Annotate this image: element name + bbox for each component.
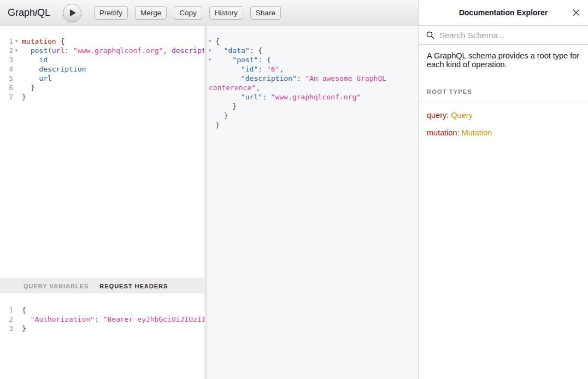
line-number: 4 xyxy=(0,64,13,74)
fold-toggle-icon[interactable]: ▾ xyxy=(207,55,213,64)
line-number: 6 xyxy=(0,83,13,92)
fold-toggle-icon[interactable]: ▾ xyxy=(13,46,20,55)
type-link-query[interactable]: Query xyxy=(451,111,473,120)
code-text: "Authorization": "Bearer eyJhbGciOiJIUzI… xyxy=(20,315,204,324)
graphiql-app: GraphiQL PrettifyMergeCopyHistoryShare 1… xyxy=(0,0,588,379)
toolbar: GraphiQL PrettifyMergeCopyHistoryShare xyxy=(0,0,418,26)
response-viewer: ▾{▾ "data": {▾ "post": { "id": "6", "des… xyxy=(207,26,418,379)
line-number: 1 xyxy=(0,305,13,315)
code-text: } xyxy=(20,324,26,333)
code-line: } xyxy=(207,120,418,129)
code-text: "id": "6", xyxy=(213,64,284,74)
documentation-explorer: Documentation Explorer A GraphQL schema … xyxy=(418,0,588,379)
code-line: } xyxy=(207,102,418,111)
fold-gutter-spacer xyxy=(13,74,20,83)
fold-gutter-spacer xyxy=(207,111,213,120)
search-schema-input[interactable] xyxy=(439,31,580,40)
line-number: 3 xyxy=(0,55,13,64)
fold-gutter-spacer xyxy=(13,64,20,74)
fold-gutter-spacer xyxy=(13,305,20,315)
query-editor[interactable]: 1▾mutation {2▾ post(url: "www.graphqlcon… xyxy=(0,26,204,279)
logo-text: Graph xyxy=(8,7,35,18)
code-line: 3} xyxy=(0,324,204,333)
tab-query-variables[interactable]: QUERY VARIABLES xyxy=(23,283,89,289)
doc-explorer-header: Documentation Explorer xyxy=(419,0,588,26)
line-gutter: 4 xyxy=(0,64,20,74)
root-type-keyword: mutation xyxy=(427,128,457,137)
fold-gutter-spacer xyxy=(207,102,213,111)
fold-gutter-spacer xyxy=(13,83,20,92)
code-line: 6 } xyxy=(0,83,204,92)
line-gutter: 7 xyxy=(0,92,20,102)
fold-gutter-spacer xyxy=(207,64,213,74)
type-link-mutation[interactable]: Mutation xyxy=(462,128,492,137)
code-text: { xyxy=(213,37,220,46)
code-text: } xyxy=(20,92,26,102)
line-gutter: 2 xyxy=(0,315,20,324)
code-text: conference", xyxy=(207,83,260,92)
root-types-section-title: ROOT TYPES xyxy=(419,88,588,102)
code-text: } xyxy=(213,120,220,129)
execute-button[interactable] xyxy=(63,4,81,22)
schema-intro-text: A GraphQL schema provides a root type fo… xyxy=(427,51,581,69)
code-line: 2 "Authorization": "Bearer eyJhbGciOiJIU… xyxy=(0,315,204,324)
code-line: "url": "www.graphqlconf.org" xyxy=(207,92,418,102)
code-line: ▾ "post": { xyxy=(207,55,418,64)
line-gutter: 1 xyxy=(0,305,20,315)
line-number: 5 xyxy=(0,74,13,83)
line-number: 2 xyxy=(0,315,13,324)
doc-explorer-title: Documentation Explorer xyxy=(459,8,548,17)
code-text: url xyxy=(20,74,52,83)
code-line: 3 id xyxy=(0,55,204,64)
variables-section-titlebar[interactable]: QUERY VARIABLES REQUEST HEADERS xyxy=(0,279,204,293)
code-text: mutation { xyxy=(20,37,64,46)
request-headers-editor[interactable]: 1{2 "Authorization": "Bearer eyJhbGciOiJ… xyxy=(0,293,204,379)
fold-toggle-icon[interactable]: ▾ xyxy=(207,46,213,55)
code-text: "url": "www.graphqlconf.org" xyxy=(213,92,361,102)
fold-gutter-spacer xyxy=(207,92,213,102)
line-gutter: 1▾ xyxy=(0,37,20,46)
toolbar-button-merge[interactable]: Merge xyxy=(135,6,167,20)
line-gutter: 6 xyxy=(0,83,20,92)
line-gutter: 5 xyxy=(0,74,20,83)
code-line: 1▾mutation { xyxy=(0,37,204,46)
line-number: 2 xyxy=(0,46,13,55)
code-text: "description": "An awesome GraphQL xyxy=(213,74,386,83)
toolbar-button-prettify[interactable]: Prettify xyxy=(94,6,128,20)
play-icon xyxy=(69,9,77,17)
code-text: { xyxy=(20,305,26,315)
line-gutter: 2▾ xyxy=(0,46,20,55)
tab-request-headers[interactable]: REQUEST HEADERS xyxy=(99,283,168,289)
line-gutter: 3 xyxy=(0,55,20,64)
code-line: 2▾ post(url: "www.graphqlconf.org", desc… xyxy=(0,46,204,55)
code-line: ▾{ xyxy=(207,37,418,46)
code-line: 7} xyxy=(0,92,204,102)
code-line: "id": "6", xyxy=(207,64,418,74)
fold-gutter-spacer xyxy=(207,74,213,83)
fold-gutter-spacer xyxy=(207,120,213,129)
line-gutter: 3 xyxy=(0,324,20,333)
code-text: "post": { xyxy=(213,55,271,64)
code-line: conference", xyxy=(207,83,418,92)
code-line: 1{ xyxy=(0,305,204,315)
graphiql-logo: GraphiQL xyxy=(8,7,50,19)
root-type-row-mutation: mutation: Mutation xyxy=(419,128,588,137)
toolbar-button-copy[interactable]: Copy xyxy=(174,6,202,20)
fold-toggle-icon[interactable]: ▾ xyxy=(207,37,213,46)
search-icon xyxy=(426,31,434,39)
code-line: ▾ "data": { xyxy=(207,46,418,55)
code-text: post(url: "www.graphqlconf.org", descrip… xyxy=(20,46,204,55)
toolbar-button-share[interactable]: Share xyxy=(250,6,281,20)
line-number: 7 xyxy=(0,92,13,102)
code-text: } xyxy=(213,111,228,120)
code-text: } xyxy=(20,83,34,92)
code-line: 4 description xyxy=(0,64,204,74)
fold-toggle-icon[interactable]: ▾ xyxy=(13,37,20,46)
code-text: "data": { xyxy=(213,46,262,55)
root-type-row-query: query: Query xyxy=(419,111,588,120)
toolbar-button-history[interactable]: History xyxy=(209,6,243,20)
toolbar-button-group: PrettifyMergeCopyHistoryShare xyxy=(94,6,281,20)
doc-close-button[interactable] xyxy=(572,8,581,17)
code-line: "description": "An awesome GraphQL xyxy=(207,74,418,83)
line-number: 3 xyxy=(0,324,13,333)
